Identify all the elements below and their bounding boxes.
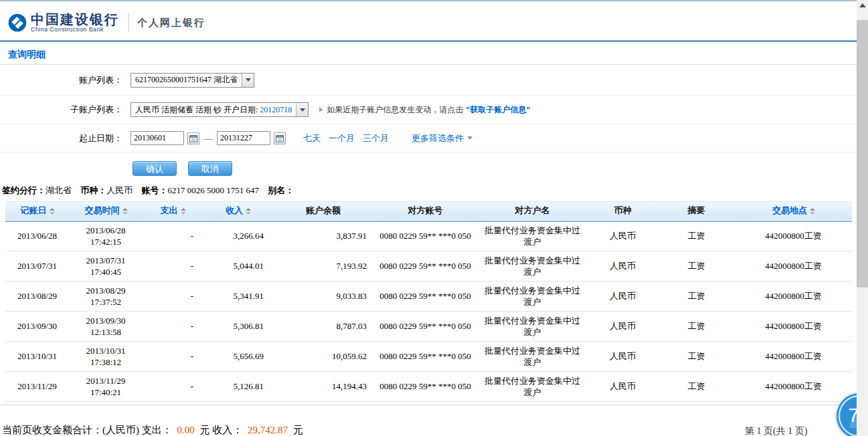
- form-actions: 确认 取消: [133, 161, 232, 176]
- scroll-up-button[interactable]: [857, 0, 868, 11]
- cell-balance: 3,837.91: [273, 221, 373, 251]
- subaccount-select-value: 人民币 活期储蓄 活期 钞 开户日期: 20120718: [135, 104, 292, 116]
- cell-date: 2013/08/29: [5, 282, 69, 312]
- cell-currency: 人民币: [588, 221, 658, 251]
- scrollbar-thumb[interactable]: [857, 20, 868, 288]
- ccb-logo-icon: [8, 13, 27, 32]
- income-unit: 元: [293, 425, 303, 435]
- transactions-table: 记账日交易时间支出收入账户余额对方账号对方户名币种摘要交易地点 2013/06/…: [5, 201, 852, 402]
- cell-balance: 10,059.62: [273, 342, 373, 372]
- portal-title: 个人网上银行: [137, 17, 205, 29]
- cell-income: 5,656.69: [203, 342, 273, 372]
- cell-expense: -: [143, 282, 203, 312]
- cell-income: 5,044.01: [203, 251, 273, 282]
- chevron-down-icon: [467, 136, 472, 140]
- start-date-calendar-button[interactable]: [187, 132, 199, 144]
- account-info-line: 签约分行：湖北省 币种：人民币 账号：6217 0026 5000 1751 6…: [2, 185, 294, 197]
- pagination-text: 第 1 页(共 1 页): [745, 425, 807, 436]
- cell-expense: -: [143, 221, 203, 251]
- start-date-input[interactable]: [131, 131, 184, 145]
- cell-balance: 9,033.83: [273, 282, 373, 312]
- more-filters-link[interactable]: 更多筛选条件: [412, 132, 464, 144]
- cell-location: 442000800工资: [735, 312, 852, 342]
- header-divider: [128, 13, 129, 32]
- fetch-subaccount-link[interactable]: “获取子账户信息”: [466, 104, 530, 116]
- cell-summary: 工资: [658, 251, 735, 282]
- cell-currency: 人民币: [588, 342, 658, 372]
- cell-summary: 工资: [658, 221, 735, 251]
- table-row: 2013/08/292013/08/2917:37:52-5,341.919,0…: [5, 282, 852, 312]
- column-header-5: 账户余额: [273, 201, 373, 221]
- cell-date: 2013/06/28: [5, 221, 69, 251]
- account-select[interactable]: 6217002650001751647 湖北省: [131, 73, 254, 88]
- calendar-icon: [189, 134, 197, 142]
- cell-location: 442000800工资: [735, 282, 852, 312]
- column-header-10[interactable]: 交易地点: [735, 201, 852, 221]
- column-header-9: 摘要: [658, 201, 735, 221]
- account-number-value: 6217 0026 5000 1751 647: [168, 185, 260, 195]
- cell-summary: 工资: [658, 372, 735, 402]
- column-header-7: 对方户名: [477, 201, 588, 221]
- site-header: 中国建设银行 China Construction Bank 个人网上银行: [0, 1, 857, 42]
- cell-location: 442000800工资: [735, 372, 852, 402]
- cell-counter_account: 0080 0229 59** ***0 050: [373, 312, 477, 342]
- column-header-4[interactable]: 收入: [203, 201, 273, 221]
- cell-summary: 工资: [658, 312, 735, 342]
- column-header-3[interactable]: 支出: [143, 201, 203, 221]
- scrollbar: [857, 0, 868, 436]
- bank-name: 中国建设银行: [31, 13, 119, 26]
- quick-range-3months[interactable]: 三个月: [363, 132, 389, 144]
- subaccount-row: 子账户列表： 人民币 活期储蓄 活期 钞 开户日期: 20120718 如果近期…: [0, 96, 857, 124]
- cell-expense: -: [143, 372, 203, 402]
- subaccount-note: 如果近期子账户信息发生变动，请点击 “获取子账户信息”: [319, 104, 530, 116]
- subaccount-open-date: 20120718: [260, 105, 292, 114]
- confirm-button[interactable]: 确认: [133, 161, 177, 176]
- date-range-row: 起止日期： — 七天 一个月 三个月 更多筛选条件: [0, 124, 857, 152]
- quick-range-7days[interactable]: 七天: [303, 132, 321, 144]
- branch-value: 湖北省: [46, 185, 72, 195]
- account-select-value: 6217002650001751647 湖北省: [135, 74, 238, 86]
- account-number-label: 账号：: [142, 185, 168, 195]
- cell-income: 5,341.91: [203, 282, 273, 312]
- account-row: 账户列表： 6217002650001751647 湖北省: [0, 65, 857, 96]
- table-row: 2013/11/292013/11/2917:40:21-5,126.8114,…: [5, 372, 852, 402]
- cell-time: 2013/11/2917:40:21: [69, 372, 143, 402]
- cell-time: 2013/07/3117:40:45: [69, 251, 143, 282]
- cell-time: 2013/08/2917:37:52: [69, 282, 143, 312]
- column-header-1[interactable]: 记账日: [5, 201, 69, 221]
- subaccount-select[interactable]: 人民币 活期储蓄 活期 钞 开户日期: 20120718: [131, 102, 309, 117]
- bank-name-en: China Construction Bank: [31, 26, 119, 33]
- cell-counter_account: 0080 0229 59** ***0 050: [373, 221, 477, 251]
- dropdown-arrow-icon[interactable]: [242, 74, 254, 87]
- cell-balance: 14,194.43: [273, 372, 373, 402]
- cell-time: 2013/06/2817:42:15: [69, 221, 143, 251]
- cell-summary: 工资: [658, 342, 735, 372]
- cell-counter_account: 0080 0229 59** ***0 050: [373, 282, 477, 312]
- cell-income: 3,266.64: [203, 221, 273, 251]
- cell-summary: 工资: [658, 282, 735, 312]
- query-form: 账户列表： 6217002650001751647 湖北省 子账户列表： 人民币…: [0, 65, 857, 152]
- column-header-6: 对方账号: [373, 201, 477, 221]
- scroll-up-icon: [859, 3, 866, 7]
- cell-time: 2013/09/3012:13:58: [69, 312, 143, 342]
- more-filters[interactable]: 更多筛选条件: [412, 132, 472, 144]
- subaccount-list-label: 子账户列表：: [0, 104, 122, 116]
- cell-balance: 7,193.92: [273, 251, 373, 282]
- income-total-value: 29,742.87: [248, 425, 288, 435]
- cell-counter_account: 0080 0229 59** ***0 050: [373, 251, 477, 282]
- cell-date: 2013/11/29: [5, 372, 69, 402]
- end-date-calendar-button[interactable]: [274, 132, 286, 144]
- cell-counter_name: 批量代付业务资金集中过渡户: [477, 312, 588, 342]
- cell-location: 442000800工资: [735, 251, 852, 282]
- quick-range-1month[interactable]: 一个月: [329, 132, 355, 144]
- cell-date: 2013/10/31: [5, 342, 69, 372]
- bank-logo: 中国建设银行 China Construction Bank 个人网上银行: [8, 13, 205, 33]
- sort-icon: [122, 208, 127, 215]
- cell-expense: -: [143, 312, 203, 342]
- dropdown-arrow-icon[interactable]: [296, 103, 308, 116]
- column-header-2[interactable]: 交易时间: [69, 201, 143, 221]
- end-date-input[interactable]: [217, 131, 270, 145]
- cell-currency: 人民币: [588, 312, 658, 342]
- cancel-button[interactable]: 取消: [188, 161, 232, 176]
- cell-time: 2013/10/3117:38:12: [69, 342, 143, 372]
